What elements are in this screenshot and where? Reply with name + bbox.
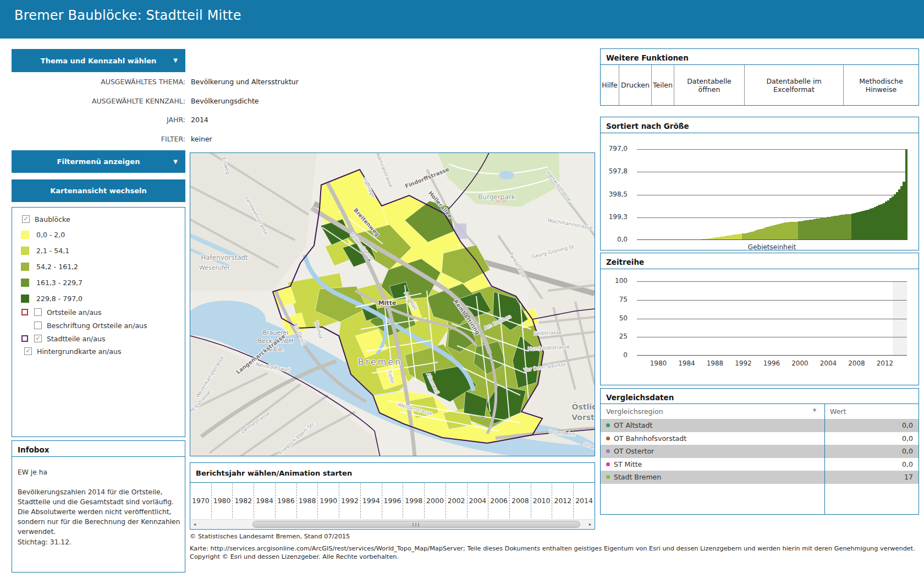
functions-panel-title: Weitere Funktionen xyxy=(601,49,919,65)
comparison-col-value: Wert xyxy=(830,407,846,416)
comparison-row[interactable]: Stadt Bremen17 xyxy=(601,471,919,484)
function-button[interactable]: Teilen xyxy=(652,65,674,105)
timeline-year-1970[interactable]: 1970 xyxy=(190,483,212,518)
timeline-year-2008[interactable]: 2008 xyxy=(510,483,531,518)
timeline-year-1998[interactable]: 1998 xyxy=(403,483,425,518)
timeline-year-1980[interactable]: 1980 xyxy=(212,483,233,518)
map-canvas[interactable]: BürgerparkHafenvorstadtWeseruferBrauerei… xyxy=(190,152,595,456)
selection-row: AUSGEWÄHLTE KENNZAHL:Bevölkerungsdichte xyxy=(12,97,259,106)
theme-kennzahl-button[interactable]: Thema und Kennzahl wählen ▼ xyxy=(12,49,185,72)
region-name: ST Mitte xyxy=(614,460,642,468)
function-button[interactable]: Hilfe xyxy=(601,65,619,105)
timeline-year-2014[interactable]: 2014 xyxy=(574,483,595,518)
timeline-year-1996[interactable]: 1996 xyxy=(382,483,404,518)
class-range-label: 0,0 - 2,0 xyxy=(36,231,65,239)
timeline-year-2002[interactable]: 2002 xyxy=(446,483,468,518)
year-label: 1980 xyxy=(213,497,231,505)
function-button[interactable]: Methodische Hinweise xyxy=(844,65,919,105)
class-color-swatch xyxy=(21,247,29,255)
function-button[interactable]: Datentabelle im Excelformat xyxy=(745,65,844,105)
y-tick-label: 100 xyxy=(601,277,632,285)
map-label: Weserufer xyxy=(199,264,230,271)
function-button-label: Datentabelle im Excelformat xyxy=(746,77,842,94)
region-name: OT Altstadt xyxy=(614,421,652,429)
map-view-button-label: Kartenansicht wechseln xyxy=(50,187,147,195)
function-button[interactable]: Datentabelle öffnen xyxy=(674,65,745,105)
function-button[interactable]: Drucken xyxy=(619,65,652,105)
timeseries-plot: 198019841988199219962000200420082012 xyxy=(637,281,907,356)
comparison-column-divider xyxy=(824,404,825,514)
comparison-row[interactable]: OT Ostertor0,0 xyxy=(601,445,919,458)
legend-toggle-row: ✓Stadtteile an/aus xyxy=(12,334,185,345)
map-label: Bürgerpark xyxy=(478,193,515,201)
function-button-label: Datentabelle öffnen xyxy=(675,77,743,94)
timeline-year-1988[interactable]: 1988 xyxy=(297,483,318,518)
timeline-year-1984[interactable]: 1984 xyxy=(254,483,276,518)
sorted-chart-xlabel: Gebietseinheit xyxy=(637,243,907,251)
comparison-row[interactable]: OT Bahnhofsvorstadt0,0 xyxy=(601,432,919,445)
comparison-panel: Vergleichsdaten Vergleichsregion ▼ Wert … xyxy=(600,388,919,515)
y-tick-label: 199,3 xyxy=(601,213,632,221)
scrollbar-thumb[interactable] xyxy=(252,521,580,528)
year-label: 1970 xyxy=(192,497,210,505)
y-tick-label: 797,0 xyxy=(601,145,632,152)
gridline xyxy=(637,281,907,282)
layer-outline-swatch xyxy=(21,309,28,315)
scroll-right-arrow[interactable]: ▸ xyxy=(586,520,594,529)
sorted-bars xyxy=(637,149,907,240)
timeline-year-1986[interactable]: 1986 xyxy=(276,483,297,518)
x-tick-label: 1988 xyxy=(703,359,727,367)
sort-icon[interactable]: ▼ xyxy=(813,408,816,413)
class-color-swatch xyxy=(21,279,29,287)
comparison-header: Vergleichsregion ▼ Wert xyxy=(601,404,919,419)
year-label: 2000 xyxy=(426,497,444,505)
checkbox[interactable]: ✓ xyxy=(24,347,32,355)
region-color-dot xyxy=(606,462,610,466)
year-label: 1984 xyxy=(256,497,273,505)
selection-label: JAHR: xyxy=(12,116,185,124)
comparison-col-region[interactable]: Vergleichsregion xyxy=(606,407,663,416)
selection-value: 2014 xyxy=(191,116,208,124)
legend-layer-row: ✓Baublöcke xyxy=(12,214,185,225)
x-tick-label: 2000 xyxy=(788,359,812,367)
class-range-label: 229,8 - 797,0 xyxy=(36,295,82,303)
x-tick-label: 2008 xyxy=(845,359,869,367)
timeline-year-2004[interactable]: 2004 xyxy=(468,483,489,518)
timeline-scrollbar[interactable]: ◂ ▸ xyxy=(191,519,594,528)
chevron-down-icon: ▼ xyxy=(173,159,178,165)
timeline-year-2006[interactable]: 2006 xyxy=(488,483,510,518)
checkbox[interactable] xyxy=(34,308,42,316)
timeline-year-1990[interactable]: 1990 xyxy=(318,483,339,518)
region-color-dot xyxy=(606,423,610,427)
legend-layer-label: Baublöcke xyxy=(35,215,70,223)
map-view-button[interactable]: Kartenansicht wechseln xyxy=(12,179,185,202)
map-label: Brauerei xyxy=(263,329,289,336)
dashboard: Bremer Baublöcke: Stadtteil Mitte Thema … xyxy=(0,0,924,578)
comparison-row[interactable]: OT Altstadt0,0 xyxy=(601,419,919,432)
filter-menu-button[interactable]: Filtermenü anzeigen ▼ xyxy=(12,150,185,173)
checkbox[interactable]: ✓ xyxy=(34,335,42,342)
layer-toggle-label: Stadtteile an/aus xyxy=(47,335,105,343)
y-tick-label: 597,8 xyxy=(601,167,632,175)
scroll-left-arrow[interactable]: ◂ xyxy=(191,520,199,529)
x-tick-label: 1996 xyxy=(760,359,784,367)
map-label: Östlic xyxy=(572,402,595,411)
timeline-year-1994[interactable]: 1994 xyxy=(361,483,382,518)
y-tick-label: 398,5 xyxy=(601,190,632,198)
region-value: 0,0 xyxy=(902,421,913,429)
x-tick-label: 1992 xyxy=(732,359,756,367)
region-name: OT Bahnhofsvorstadt xyxy=(614,434,686,443)
checkbox[interactable] xyxy=(34,321,42,329)
infobox-title: Infobox xyxy=(12,441,185,457)
year-label: 2014 xyxy=(575,497,593,505)
timeline-year-2012[interactable]: 2012 xyxy=(552,483,574,518)
timeline-year-2010[interactable]: 2010 xyxy=(531,483,553,518)
timeline-year-2000[interactable]: 2000 xyxy=(425,483,446,518)
layer-toggle-label: Hintergrundkarte an/aus xyxy=(37,347,121,356)
comparison-row[interactable]: ST Mitte0,0 xyxy=(601,458,919,471)
year-label: 2008 xyxy=(512,497,529,505)
y-tick-label: 50 xyxy=(601,314,632,322)
timeline-year-1992[interactable]: 1992 xyxy=(339,483,361,518)
timeline-year-1982[interactable]: 1982 xyxy=(233,483,254,518)
checkbox[interactable]: ✓ xyxy=(22,215,30,223)
